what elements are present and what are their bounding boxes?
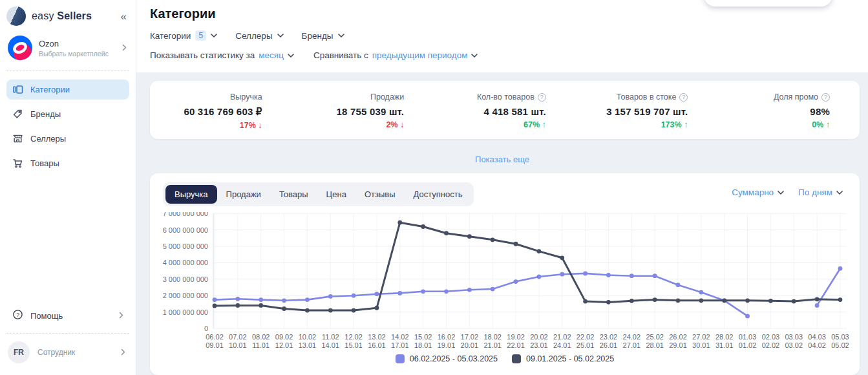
data-point[interactable] <box>630 273 634 278</box>
data-point[interactable] <box>768 299 773 303</box>
legend-item-current-period[interactable]: 06.02.2025 - 05.03.2025 <box>396 354 498 363</box>
granularity-select[interactable]: По дням <box>798 188 843 197</box>
data-point[interactable] <box>467 234 472 239</box>
data-point[interactable] <box>305 297 310 302</box>
tab-price[interactable]: Цена <box>317 185 355 204</box>
data-point[interactable] <box>259 303 263 308</box>
data-point[interactable] <box>792 299 796 304</box>
data-point[interactable] <box>722 298 726 303</box>
data-point[interactable] <box>235 297 240 301</box>
data-point[interactable] <box>421 224 425 229</box>
sidebar-item-goods[interactable]: Товары <box>6 153 129 173</box>
data-point[interactable] <box>491 237 495 242</box>
sidebar-item-sellers[interactable]: Селлеры <box>6 129 129 149</box>
data-point[interactable] <box>537 249 542 253</box>
data-point[interactable] <box>583 299 587 304</box>
data-point[interactable] <box>375 292 379 296</box>
data-point[interactable] <box>606 300 611 305</box>
data-point[interactable] <box>352 308 356 313</box>
filter-sellers[interactable]: Селлеры <box>235 31 283 41</box>
help-button[interactable]: ? Помощь <box>6 305 129 327</box>
data-point[interactable] <box>745 298 750 303</box>
tab-goods[interactable]: Товары <box>270 185 317 204</box>
categories-icon <box>12 84 23 95</box>
x-axis-tick-label-current: 11.02 <box>322 333 339 341</box>
data-point[interactable] <box>375 306 379 310</box>
data-point[interactable] <box>560 255 564 260</box>
data-point[interactable] <box>444 231 449 235</box>
marketplace-name: Ozon <box>39 39 109 48</box>
data-point[interactable] <box>213 304 217 308</box>
data-point[interactable] <box>259 297 263 302</box>
data-point[interactable] <box>560 272 564 277</box>
filter-count-badge: 5 <box>195 30 206 41</box>
brand-name: easy Sellers <box>32 10 92 22</box>
data-point[interactable] <box>213 297 217 302</box>
filter-categories[interactable]: Категории 5 <box>150 30 217 41</box>
data-point[interactable] <box>583 272 587 276</box>
data-point[interactable] <box>282 298 286 303</box>
show-more-link[interactable]: Показать еще <box>475 155 529 164</box>
sidebar-item-categories[interactable]: Категории <box>6 80 129 100</box>
sidebar-item-brands[interactable]: Бренды <box>6 104 129 124</box>
data-point[interactable] <box>699 290 703 295</box>
data-point[interactable] <box>352 294 356 298</box>
x-axis-tick-label-previous: 15.01 <box>344 341 363 349</box>
data-point[interactable] <box>699 298 703 303</box>
marketplace-selector[interactable]: Ozon Выбрать маркетплейс <box>6 36 129 71</box>
data-point[interactable] <box>397 220 402 225</box>
data-point[interactable] <box>328 308 333 313</box>
data-point[interactable] <box>328 294 333 299</box>
data-point[interactable] <box>537 275 542 279</box>
data-point[interactable] <box>606 273 611 277</box>
help-icon: ? <box>12 309 23 322</box>
data-point[interactable] <box>838 266 843 271</box>
data-point[interactable] <box>676 283 681 287</box>
info-icon[interactable]: ? <box>821 93 830 102</box>
compare-value[interactable]: предыдущим периодом <box>372 50 468 60</box>
info-icon[interactable]: ? <box>679 93 688 102</box>
aggregate-select[interactable]: Суммарно <box>732 188 784 197</box>
data-point[interactable] <box>235 303 240 308</box>
data-point[interactable] <box>653 273 657 278</box>
data-point[interactable] <box>745 314 750 319</box>
x-axis-tick-label-previous: 04.02 <box>808 341 826 349</box>
filter-brands[interactable]: Бренды <box>302 31 344 41</box>
data-point[interactable] <box>491 287 495 292</box>
arrow-up-icon: ↑ <box>826 120 830 129</box>
data-point[interactable] <box>421 289 425 294</box>
data-point[interactable] <box>653 297 657 302</box>
data-point[interactable] <box>676 298 681 303</box>
stats-period-value[interactable]: месяц <box>259 50 284 60</box>
x-axis-tick-label-previous: 10.01 <box>229 341 247 349</box>
marketplace-subtitle: Выбрать маркетплейс <box>39 50 109 58</box>
tab-sales[interactable]: Продажи <box>217 185 270 204</box>
chevron-down-icon <box>288 54 294 58</box>
data-point[interactable] <box>514 279 518 284</box>
info-icon[interactable]: ? <box>538 93 546 102</box>
data-point[interactable] <box>467 288 472 292</box>
tab-revenue[interactable]: Выручка <box>165 185 217 204</box>
user-menu[interactable]: FR Сотрудник <box>6 341 129 367</box>
data-point[interactable] <box>815 303 820 308</box>
stats-period-select[interactable]: Показывать статистику за месяц <box>150 50 294 60</box>
stat-delta: 67% ↑ <box>434 120 546 129</box>
app-root: easy Sellers « Ozon Выбрать маркетплейс <box>0 0 868 375</box>
data-point[interactable] <box>838 297 843 302</box>
tab-availability[interactable]: Доступность <box>405 185 472 204</box>
compare-period-select[interactable]: Сравнивать с предыдущим периодом <box>313 50 478 60</box>
data-point[interactable] <box>305 308 310 313</box>
x-axis-tick-label-current: 02.03 <box>762 333 780 341</box>
legend-item-previous-period[interactable]: 09.01.2025 - 05.02.2025 <box>512 354 614 363</box>
y-axis-tick-label: 6 000 000 000 <box>163 226 208 234</box>
data-point[interactable] <box>630 299 634 303</box>
data-point[interactable] <box>514 242 518 246</box>
tab-reviews[interactable]: Отзывы <box>355 185 405 204</box>
data-point[interactable] <box>397 291 402 295</box>
data-point[interactable] <box>444 289 449 294</box>
data-point[interactable] <box>282 306 286 311</box>
sidebar-collapse-icon[interactable]: « <box>121 11 127 22</box>
data-point[interactable] <box>815 297 820 301</box>
stat-sales: Продажи 18 755 039 шт. 2% ↓ <box>292 91 434 129</box>
stats-card: Выручка 60 316 769 603 ₽ 17% ↓ Продажи 1… <box>150 81 860 139</box>
